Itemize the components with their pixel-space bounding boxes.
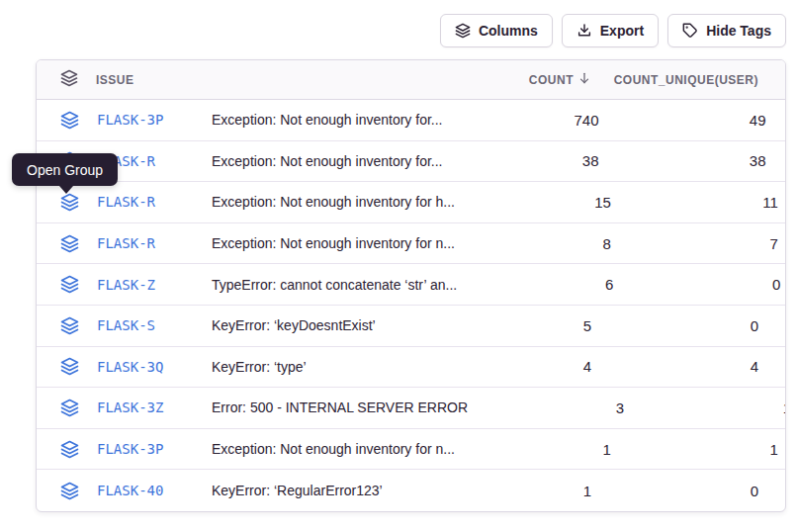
count-unique-value: 1	[611, 441, 786, 458]
open-group-layers-icon[interactable]	[60, 111, 79, 130]
count-unique-value: 1	[624, 399, 786, 416]
open-group-layers-icon[interactable]	[60, 482, 79, 500]
issue-message: Exception: Not enough inventory for...	[203, 153, 442, 169]
count-value: 3	[468, 399, 624, 416]
count-value: 15	[455, 194, 611, 211]
count-value: 4	[435, 358, 591, 375]
issue-link[interactable]: FLASK-S	[97, 317, 155, 333]
issue-link[interactable]: FLASK-R	[97, 194, 155, 210]
count-value: 8	[455, 235, 611, 252]
count-unique-value: 7	[611, 235, 786, 252]
open-group-layers-icon[interactable]	[60, 275, 79, 294]
layers-icon	[455, 23, 471, 39]
export-button-label: Export	[600, 23, 644, 39]
results-table: ISSUE COUNT COUNT_UNIQUE(USER)	[36, 59, 786, 512]
hide-tags-button[interactable]: Hide Tags	[667, 14, 786, 47]
count-unique-value: 0	[613, 276, 786, 293]
table-row: FLASK-3Z Error: 500 - INTERNAL SERVER ER…	[37, 388, 785, 429]
issue-message: Error: 500 - INTERNAL SERVER ERROR	[203, 399, 468, 415]
issue-cell: FLASK-S	[37, 316, 203, 335]
table-row: FLASK-40 KeyError: ‘RegularError123’ 1 0	[37, 470, 785, 511]
table-row: FLASK-R Exception: Not enough inventory …	[37, 141, 785, 183]
issue-link[interactable]: FLASK-3P	[97, 441, 163, 457]
issue-message: KeyError: ‘keyDoesntExist’	[203, 317, 435, 333]
issue-cell: FLASK-3P	[37, 440, 203, 459]
hide-tags-button-label: Hide Tags	[706, 23, 771, 39]
count-value: 6	[457, 276, 613, 293]
count-value: 5	[435, 317, 591, 334]
column-header-issue[interactable]: ISSUE	[37, 69, 203, 90]
open-group-layers-icon[interactable]	[60, 193, 79, 212]
column-header-count-unique-label: COUNT_UNIQUE(USER)	[614, 73, 758, 87]
issue-link[interactable]: FLASK-3Z	[97, 399, 163, 415]
issue-message: Exception: Not enough inventory for n...	[203, 235, 455, 251]
count-value: 740	[442, 112, 598, 129]
issue-cell: FLASK-3Z	[37, 399, 203, 417]
count-unique-value: 49	[598, 112, 786, 129]
layers-icon	[60, 69, 78, 90]
download-icon	[576, 23, 592, 39]
issue-cell: FLASK-R	[37, 234, 203, 253]
issue-message: KeyError: ‘RegularError123’	[203, 483, 435, 498]
issue-link[interactable]: FLASK-Z	[97, 277, 155, 293]
export-button[interactable]: Export	[562, 14, 659, 47]
column-header-count[interactable]: COUNT	[435, 71, 591, 88]
issue-message: TypeError: cannot concatenate ‘str’ an..…	[203, 277, 457, 293]
issue-cell: FLASK-3P	[37, 111, 203, 130]
table-row: FLASK-S KeyError: ‘keyDoesntExist’ 5 0	[37, 306, 785, 347]
issue-link[interactable]: FLASK-R	[97, 235, 155, 251]
open-group-layers-icon[interactable]	[60, 234, 79, 253]
issue-cell: FLASK-Z	[37, 275, 203, 294]
count-unique-value: 4	[591, 358, 785, 375]
issue-cell: FLASK-40	[37, 482, 203, 500]
table-row: FLASK-3P Exception: Not enough inventory…	[37, 429, 785, 471]
column-header-issue-label: ISSUE	[96, 73, 134, 87]
table-row: FLASK-R Exception: Not enough inventory …	[37, 223, 785, 265]
issue-link[interactable]: FLASK-3P	[97, 112, 163, 128]
table-row: FLASK-3Q KeyError: ‘type’ 4 4	[37, 347, 785, 389]
count-value: 38	[442, 152, 598, 169]
issue-cell: FLASK-3Q	[37, 357, 203, 376]
open-group-layers-icon[interactable]	[60, 316, 79, 335]
tooltip-caret-icon	[59, 186, 73, 194]
table-row: FLASK-Z TypeError: cannot concatenate ‘s…	[37, 264, 785, 306]
toolbar: Columns Export Hide Tags	[440, 14, 786, 47]
tag-icon	[682, 23, 698, 39]
issue-message: KeyError: ‘type’	[203, 359, 435, 375]
count-unique-value: 0	[591, 483, 785, 499]
count-unique-value: 11	[611, 194, 786, 211]
count-value: 1	[455, 441, 611, 458]
sort-arrow-down-icon	[577, 71, 591, 88]
issue-link[interactable]: FLASK-3Q	[97, 359, 163, 375]
columns-button[interactable]: Columns	[440, 14, 553, 47]
issue-message: Exception: Not enough inventory for n...	[203, 441, 455, 457]
count-unique-value: 38	[598, 152, 786, 169]
column-header-count-unique[interactable]: COUNT_UNIQUE(USER)	[591, 73, 785, 87]
columns-button-label: Columns	[479, 23, 538, 39]
table-row: FLASK-R Exception: Not enough inventory …	[37, 182, 785, 223]
issue-link[interactable]: FLASK-40	[97, 483, 163, 498]
open-group-layers-icon[interactable]	[60, 399, 79, 417]
open-group-layers-icon[interactable]	[60, 357, 79, 376]
count-unique-value: 0	[591, 317, 785, 334]
issue-cell: FLASK-R	[37, 193, 203, 212]
open-group-layers-icon[interactable]	[60, 440, 79, 459]
open-group-tooltip-label: Open Group	[27, 162, 103, 178]
table-row: FLASK-3P Exception: Not enough inventory…	[37, 100, 785, 141]
open-group-tooltip: Open Group	[12, 153, 118, 186]
column-header-count-label: COUNT	[529, 73, 574, 87]
count-value: 1	[435, 483, 591, 499]
table-header-row: ISSUE COUNT COUNT_UNIQUE(USER)	[37, 60, 785, 100]
issue-message: Exception: Not enough inventory for...	[203, 112, 442, 128]
table-body: FLASK-3P Exception: Not enough inventory…	[37, 100, 785, 511]
issue-message: Exception: Not enough inventory for h...	[203, 194, 455, 210]
